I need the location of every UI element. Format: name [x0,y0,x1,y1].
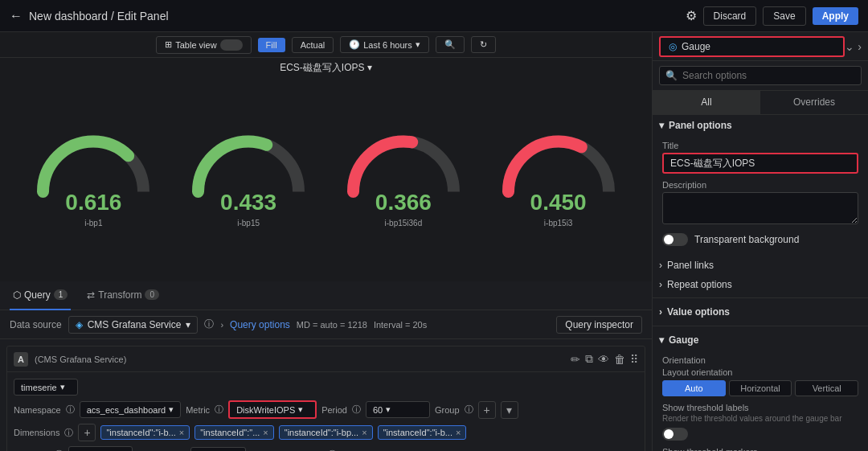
actual-button[interactable]: Actual [292,37,334,53]
title-input[interactable] [662,153,858,174]
threshold-markers-label: Show threshold markers [662,447,858,451]
toggle-visibility-button[interactable]: 👁 [598,353,609,366]
query-field-row-4: Y-column ⓘ Maximum ▾ × X-column timestam… [14,446,638,451]
dimensions-add-button[interactable]: + [78,424,96,441]
discard-button[interactable]: Discard [703,6,757,26]
y-column-select[interactable]: Maximum ▾ [68,446,133,451]
gauge-section: ▾ Gauge Orientation Layout orientation A… [653,330,868,451]
cms-icon: ◈ [76,319,83,330]
orient-horizontal-button[interactable]: Horizontal [729,380,792,396]
query-header-a: A (CMS Grafana Service) ✏ ⧉ 👁 🗑 ⠿ [7,346,645,372]
description-textarea[interactable] [662,192,858,224]
chevron-right-repeat-icon: › [659,279,662,290]
threshold-labels-desc: Render the threshold values around the g… [662,414,858,423]
back-button[interactable]: ← [10,9,23,23]
period-info-icon[interactable]: ⓘ [352,404,361,416]
tab-all[interactable]: All [653,91,760,114]
table-toggle[interactable] [220,39,243,51]
gauge-2: 0.433 i-bp15 [171,121,326,228]
dimensions-label: Dimensions [14,428,59,437]
search-wrap: 🔍 [659,66,862,85]
threshold-labels-option: Show threshold labels Render the thresho… [662,403,858,441]
transparent-bg-toggle[interactable] [662,233,688,246]
expand-button-2[interactable]: › [858,40,862,53]
search-input[interactable] [659,66,862,85]
gauge-3-value: 0.366 [375,190,432,215]
metric-info-icon[interactable]: ⓘ [215,404,223,416]
orientation-sublabel: Layout orientation [662,367,858,377]
viz-toolbar: ⊞ Table view Fill Actual 🕐 Last 6 hours … [0,32,652,58]
right-expand: ⌄ › [845,40,862,53]
header-right: ⚙ Discard Save Apply [686,6,858,26]
tab-transform[interactable]: ⇄ Transform 0 [84,281,162,310]
copy-query-button[interactable]: ⧉ [585,352,593,366]
metric-label: Metric [186,405,210,415]
header: ← New dashboard / Edit Panel ⚙ Discard S… [0,0,868,32]
drag-handle[interactable]: ⠿ [630,353,638,366]
gauge-1-label: i-bp1 [84,219,102,228]
orient-vertical-button[interactable]: Vertical [795,380,858,396]
dim-tag-4: "instanceId":"i-b... × [378,425,467,440]
gauge-2-value: 0.433 [220,190,276,215]
query-badge: 1 [54,289,68,300]
timeserie-select[interactable]: timeserie ▾ [14,379,78,396]
chevron-down-icon: ▾ [298,404,303,415]
time-range-button[interactable]: 🕐 Last 6 hours ▾ [340,36,429,53]
all-overrides-tabs: All Overrides [653,91,868,115]
gauge-1-value: 0.616 [65,190,121,215]
group-info-icon[interactable]: ⓘ [465,404,473,416]
panel-type-button[interactable]: ◎ Gauge [659,36,845,57]
gauge-4-value: 0.450 [530,190,587,215]
dim-tag-3: "instanceId":"i-bp... × [279,425,373,440]
search-box: 🔍 [653,61,868,91]
info-icon[interactable]: ⓘ [204,318,214,331]
namespace-select[interactable]: acs_ecs_dashboard ▾ [80,401,181,418]
repeat-options-row[interactable]: › Repeat options [653,275,868,294]
save-button[interactable]: Save [763,6,805,26]
orientation-buttons: Auto Horizontal Vertical [662,380,858,396]
query-icon: ⬡ [13,289,21,301]
datasource-select[interactable]: ◈ CMS Grafana Service ▾ [68,316,199,334]
edit-query-button[interactable]: ✏ [571,353,580,366]
group-add-button[interactable]: + [478,401,496,419]
metric-select[interactable]: DiskWriteIOPS ▾ [228,400,317,419]
transparent-bg-option: Transparent background [662,233,858,246]
panel-links-row[interactable]: › Panel links [653,256,868,275]
group-dropdown-button[interactable]: ▾ [501,401,518,419]
visualization-area: ⊞ Table view Fill Actual 🕐 Last 6 hours … [0,32,652,281]
query-ds-label: (CMS Grafana Service) [35,355,126,364]
value-options-header[interactable]: › Value options [653,301,868,322]
tab-overrides[interactable]: Overrides [760,91,868,114]
apply-button[interactable]: Apply [813,7,858,25]
settings-icon[interactable]: ⚙ [686,8,697,23]
query-options-link[interactable]: Query options [230,319,290,330]
dim-tag-3-remove[interactable]: × [362,428,366,437]
threshold-markers-option: Show threshold markers Renders the thres… [662,447,858,451]
tab-query[interactable]: ⬡ Query 1 [10,281,71,310]
right-toolbar: ◎ Gauge ⌄ › [653,32,868,61]
threshold-labels-toggle[interactable] [662,428,688,441]
gauge-section-header[interactable]: ▾ Gauge [653,330,868,351]
refresh-button[interactable]: ↻ [471,36,496,53]
dim-tag-2: "instanceId":"... × [194,425,274,440]
expand-button-1[interactable]: ⌄ [845,40,854,53]
period-label: Period [321,405,347,415]
dim-tag-4-remove[interactable]: × [456,428,461,437]
dimensions-info-icon[interactable]: ⓘ [64,427,73,439]
table-icon: ⊞ [165,39,172,50]
description-label: Description [662,180,858,190]
dim-tag-1: "instanceId":"i-b... × [100,425,190,440]
zoom-out-button[interactable]: 🔍 [436,36,465,53]
viz-title: ECS-磁盘写入IOPS ▾ [0,58,652,78]
period-select[interactable]: 60 ▾ [366,401,430,418]
namespace-info-icon[interactable]: ⓘ [66,404,75,416]
dim-tag-1-remove[interactable]: × [179,428,184,437]
datasource-row: Data source ◈ CMS Grafana Service ▾ ⓘ › … [0,310,652,339]
table-view-button[interactable]: ⊞ Table view [156,36,251,54]
orient-auto-button[interactable]: Auto [662,380,726,396]
query-inspector-button[interactable]: Query inspector [556,316,642,334]
fill-button[interactable]: Fill [258,38,285,52]
panel-options-header[interactable]: ▾ Panel options [653,115,868,136]
dim-tag-2-remove[interactable]: × [263,428,268,437]
delete-query-button[interactable]: 🗑 [614,353,625,366]
